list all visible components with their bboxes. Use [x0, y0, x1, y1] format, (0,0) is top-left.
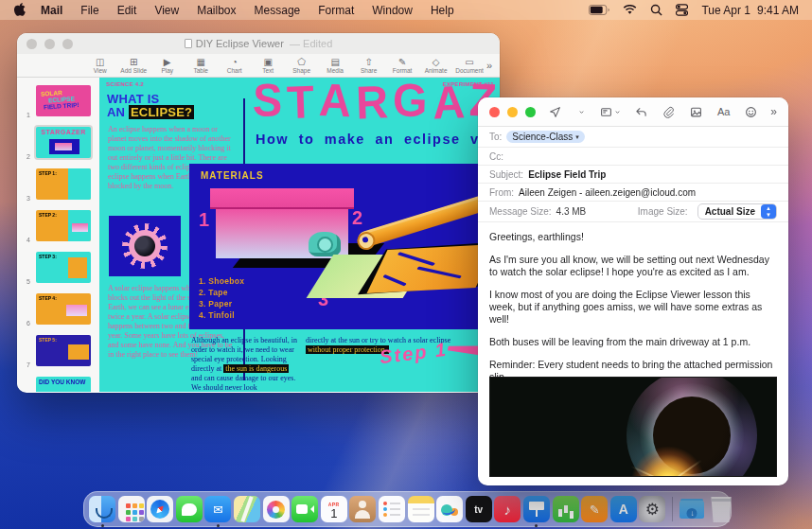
menubar-clock[interactable]: Tue Apr 1 9:41 AM — [701, 4, 799, 17]
toolbar-button-format[interactable]: ✎Format — [385, 57, 418, 74]
status-icons: Tue Apr 1 9:41 AM — [589, 4, 799, 17]
fonts-button[interactable]: Aa — [717, 106, 730, 117]
toolbar-button-animate[interactable]: ◇Animate — [419, 57, 452, 74]
apple-logo-icon — [13, 2, 26, 16]
dock-item-finder[interactable] — [89, 496, 115, 522]
zoom-button[interactable] — [525, 107, 536, 117]
reply-icon[interactable] — [635, 106, 647, 118]
toolbar-button-table[interactable]: ▦Table — [184, 57, 217, 74]
dock-item-safari[interactable] — [147, 496, 173, 522]
toolbar-button-chart[interactable]: ◔Chart — [218, 57, 251, 74]
dock-item-messages[interactable] — [176, 496, 203, 522]
slide-thumbnail-5[interactable]: STEP 3: — [36, 252, 91, 283]
cc-field[interactable]: Cc: — [478, 148, 788, 166]
dock-item-music[interactable]: ♪ — [494, 496, 521, 522]
to-field[interactable]: To: Science-Class▾ — [478, 127, 788, 148]
dock-item-pages[interactable]: ✎ — [581, 496, 608, 522]
messages-icon — [176, 496, 203, 522]
materials-list-item: 3. Paper — [199, 298, 244, 309]
music-icon: ♪ — [494, 496, 521, 522]
mail-body-paragraph: As I'm sure you all know, we will be set… — [489, 254, 777, 278]
dock-item-photos[interactable] — [263, 496, 290, 522]
dock-item-reminders[interactable] — [379, 496, 405, 522]
slide-subtitle: How to make an eclipse viewer! — [256, 132, 500, 147]
keynote-icon — [523, 496, 550, 522]
emoji-icon[interactable] — [745, 106, 757, 118]
dock-item-keynote[interactable] — [523, 496, 550, 522]
mail-toolbar[interactable]: Aa » — [478, 97, 788, 127]
dock-item-freeform[interactable] — [436, 496, 463, 522]
apple-menu[interactable] — [13, 2, 26, 19]
mail-toolbar-overflow-icon[interactable]: » — [770, 105, 777, 118]
menu-item-format[interactable]: Format — [318, 4, 354, 17]
facetime-icon — [291, 496, 318, 522]
slide-canvas[interactable]: SCIENCE 4.2 EXPERIMENT #11 WHAT IS AN EC… — [99, 78, 500, 392]
send-chevron-icon[interactable] — [576, 109, 585, 115]
slide-navigator[interactable]: 1SOLARECLIPSEFIELD TRIP!2STARGAZER3STEP … — [17, 78, 99, 392]
toolbar-button-text[interactable]: ▣Text — [251, 57, 284, 74]
mail-icon: ✉ — [204, 496, 231, 522]
dock-item-trash[interactable] — [708, 496, 734, 522]
toolbar-button-view[interactable]: ◫View — [83, 57, 116, 74]
menu-item-app[interactable]: Mail — [41, 4, 62, 17]
image-size-select[interactable]: Actual Size ▲▼ — [697, 203, 777, 220]
toolbar-button-media[interactable]: ▤Media — [318, 57, 351, 74]
keynote-titlebar[interactable]: DIY Eclipse Viewer — Edited — [17, 33, 500, 54]
menu-item-file[interactable]: File — [80, 4, 98, 17]
dock-item-numbers[interactable] — [553, 496, 579, 522]
slide-thumbnail-8[interactable]: DID YOU KNOW — [36, 377, 91, 392]
dock-item-contacts[interactable] — [349, 496, 376, 522]
slide-thumbnail-6[interactable]: STEP 4: — [36, 293, 91, 325]
close-button[interactable] — [489, 107, 500, 117]
dock-item-tv[interactable]: tv — [466, 496, 492, 522]
slide-thumbnail-row-4: 4STEP 2: — [17, 208, 99, 243]
menu-item-window[interactable]: Window — [372, 4, 413, 17]
menu-item-view[interactable]: View — [154, 4, 179, 17]
slide-thumbnail-row-2: 2STARGAZER — [17, 125, 99, 160]
launchpad-icon — [118, 496, 145, 522]
dock-item-downloads[interactable] — [679, 496, 705, 522]
menu-item-message[interactable]: Message — [255, 4, 301, 17]
slide-thumbnail-row-6: 6STEP 4: — [17, 291, 99, 326]
recipient-token[interactable]: Science-Class▾ — [506, 131, 584, 143]
toolbar-button-add-slide[interactable]: ⊞Add Slide — [116, 57, 150, 74]
control-center-icon[interactable] — [676, 4, 688, 16]
search-icon[interactable] — [650, 4, 662, 16]
menu-item-edit[interactable]: Edit — [117, 4, 137, 17]
slide-thumbnail-4[interactable]: STEP 2: — [36, 210, 91, 241]
dock-item-maps[interactable] — [234, 496, 260, 522]
document-proxy-icon[interactable] — [185, 39, 192, 48]
send-icon[interactable] — [549, 106, 561, 118]
dock-item-app-store[interactable]: A — [610, 496, 637, 522]
dock-item-facetime[interactable] — [291, 496, 318, 522]
slide-thumbnail-2[interactable]: STARGAZER — [36, 127, 91, 158]
trash-icon — [708, 496, 734, 522]
toolbar-button-share[interactable]: ⇧Share — [352, 57, 385, 74]
toolbar-button-document[interactable]: ▭Document — [452, 57, 485, 74]
dock-item-mail[interactable]: ✉ — [204, 496, 231, 522]
menu-item-mailbox[interactable]: Mailbox — [197, 4, 236, 17]
from-field[interactable]: From: Aileen Zeigen - aileen.zeigen@iclo… — [478, 184, 788, 202]
toolbar-button-play[interactable]: ▶Play — [150, 57, 184, 74]
dock-item-notes[interactable] — [408, 496, 434, 522]
subject-field[interactable]: Subject: Eclipse Field Trip — [478, 166, 788, 184]
minimize-button[interactable] — [507, 107, 518, 117]
document-icon: ▭ — [465, 57, 473, 67]
tape-illustration — [309, 232, 341, 256]
dock-item-launchpad[interactable] — [118, 496, 145, 522]
attach-icon[interactable] — [662, 106, 675, 118]
dock-item-calendar[interactable]: APR1 — [321, 496, 347, 522]
subject-value: Eclipse Field Trip — [528, 169, 606, 180]
slide-thumbnail-1[interactable]: SOLARECLIPSEFIELD TRIP! — [36, 85, 91, 116]
insert-photo-icon[interactable] — [690, 106, 702, 118]
running-indicator — [217, 524, 220, 527]
toolbar-button-shape[interactable]: ⬠Shape — [285, 57, 318, 74]
eclipse-photo-attachment[interactable] — [489, 377, 777, 477]
toolbar-overflow-chevron-icon[interactable]: » — [486, 60, 492, 71]
dock-item-system-settings[interactable]: ⚙ — [639, 496, 665, 522]
slide-thumbnail-7[interactable]: STEP 5: — [36, 335, 91, 366]
menu-item-help[interactable]: Help — [431, 4, 454, 17]
wifi-icon — [623, 5, 637, 15]
header-fields-icon[interactable] — [600, 106, 621, 118]
slide-thumbnail-3[interactable]: STEP 1: — [36, 168, 91, 200]
